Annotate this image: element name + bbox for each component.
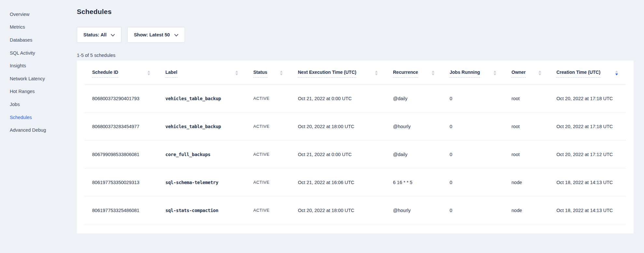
- sort-arrows-icon[interactable]: [615, 71, 618, 75]
- cell-jobs-running: 0: [442, 140, 504, 168]
- column-header-label: Next Execution Time (UTC): [298, 70, 356, 78]
- cell-creation-time: Oct 18, 2022 at 14:13 UTC: [549, 196, 626, 224]
- sidebar-item-label: Advanced Debug: [10, 127, 46, 133]
- cell-creation-time: Oct 20, 2022 at 17:18 UTC: [549, 113, 626, 140]
- sort-desc-icon: [147, 73, 150, 75]
- schedules-table: Schedule ID Label Status Next Execution …: [85, 60, 626, 224]
- cell-owner: root: [504, 113, 549, 140]
- cell-creation-time: Oct 18, 2022 at 14:13 UTC: [549, 168, 626, 196]
- sort-asc-icon: [494, 71, 496, 73]
- cell-owner: node: [504, 196, 549, 224]
- sidebar-item-insights[interactable]: Insights: [10, 59, 72, 72]
- column-header-owner[interactable]: Owner: [504, 60, 549, 85]
- sort-arrows-icon[interactable]: [235, 71, 238, 75]
- filter-bar: Status: All Show: Latest 50: [77, 27, 634, 43]
- cell-next-execution: Oct 21, 2022 at 0:00 UTC: [290, 140, 385, 168]
- cell-next-execution: Oct 21, 2022 at 16:06 UTC: [290, 168, 385, 196]
- sidebar-item-databases[interactable]: Databases: [10, 33, 72, 47]
- table-row: 806197753325486081 sql-stats-compaction …: [85, 196, 626, 224]
- sort-arrows-icon[interactable]: [494, 71, 496, 75]
- sidebar-item-sql-activity[interactable]: SQL Activity: [10, 47, 72, 60]
- sidebar-item-label: Jobs: [10, 102, 20, 107]
- sort-desc-icon: [280, 73, 283, 75]
- cell-recurrence: @daily: [385, 85, 442, 113]
- sidebar-item-advanced-debug[interactable]: Advanced Debug: [10, 124, 72, 137]
- cell-label: vehicles_table_backup: [158, 85, 246, 113]
- sort-desc-icon: [615, 73, 618, 75]
- cell-schedule-id: 806800373283454977: [85, 113, 158, 140]
- results-count: 1-5 of 5 schedules: [77, 53, 634, 58]
- sort-asc-icon: [280, 71, 283, 73]
- sort-desc-icon: [539, 73, 541, 75]
- status-filter-dropdown[interactable]: Status: All: [77, 27, 121, 43]
- sort-arrows-icon[interactable]: [375, 71, 378, 75]
- sort-desc-icon: [494, 73, 496, 75]
- table-row: 806800373283454977 vehicles_table_backup…: [85, 113, 626, 140]
- sidebar-item-label: Overview: [10, 12, 29, 17]
- sort-arrows-icon[interactable]: [147, 71, 150, 75]
- cell-recurrence: @hourly: [385, 196, 442, 224]
- sort-arrows-icon[interactable]: [280, 71, 283, 75]
- sort-asc-icon: [432, 71, 434, 73]
- cell-schedule-id: 806799098533806081: [85, 140, 158, 168]
- status-filter-label: Status: All: [83, 32, 106, 37]
- column-header-label[interactable]: Label: [158, 60, 246, 85]
- show-filter-dropdown[interactable]: Show: Latest 50: [127, 27, 185, 43]
- show-filter-label: Show: Latest 50: [134, 32, 170, 37]
- sidebar-item-overview[interactable]: Overview: [10, 8, 72, 21]
- cell-recurrence: @hourly: [385, 113, 442, 140]
- cell-status: ACTIVE: [246, 113, 290, 140]
- table-body: 806800373290401793 vehicles_table_backup…: [85, 85, 626, 224]
- cell-owner: root: [504, 85, 549, 113]
- cell-creation-time: Oct 20, 2022 at 17:18 UTC: [549, 85, 626, 113]
- column-header-creation-time-utc[interactable]: Creation Time (UTC): [549, 60, 626, 85]
- page-title: Schedules: [77, 7, 634, 16]
- sidebar-item-metrics[interactable]: Metrics: [10, 21, 72, 34]
- sidebar-item-schedules[interactable]: Schedules: [10, 111, 72, 124]
- cell-next-execution: Oct 20, 2022 at 18:00 UTC: [290, 113, 385, 140]
- sort-desc-icon: [235, 73, 238, 75]
- cell-next-execution: Oct 21, 2022 at 0:00 UTC: [290, 85, 385, 113]
- cell-schedule-id: 806197753325486081: [85, 196, 158, 224]
- sort-asc-icon: [375, 71, 378, 73]
- chevron-down-icon: [111, 34, 115, 37]
- main-content: Schedules Status: All Show: Latest 50 1-…: [77, 0, 634, 233]
- column-header-recurrence[interactable]: Recurrence: [385, 60, 442, 85]
- cell-jobs-running: 0: [442, 168, 504, 196]
- sidebar-item-label: Metrics: [10, 24, 25, 30]
- sidebar-item-label: Databases: [10, 37, 32, 43]
- sort-arrows-icon[interactable]: [539, 71, 541, 75]
- sort-arrows-icon[interactable]: [432, 71, 434, 75]
- cell-recurrence: 6 16 * * 5: [385, 168, 442, 196]
- column-header-status[interactable]: Status: [246, 60, 290, 85]
- column-header-schedule-id[interactable]: Schedule ID: [85, 60, 158, 85]
- cell-status: ACTIVE: [246, 196, 290, 224]
- cell-label: sql-schema-telemetry: [158, 168, 246, 196]
- column-header-next-execution-time-utc[interactable]: Next Execution Time (UTC): [290, 60, 385, 85]
- column-header-jobs-running[interactable]: Jobs Running: [442, 60, 504, 85]
- sidebar-item-hot-ranges[interactable]: Hot Ranges: [10, 85, 72, 98]
- cell-jobs-running: 0: [442, 196, 504, 224]
- sidebar-item-network-latency[interactable]: Network Latency: [10, 72, 72, 85]
- cell-owner: root: [504, 140, 549, 168]
- cell-status: ACTIVE: [246, 168, 290, 196]
- sort-asc-icon: [539, 71, 541, 73]
- table-row: 806800373290401793 vehicles_table_backup…: [85, 85, 626, 113]
- sort-asc-icon: [147, 71, 150, 73]
- sort-desc-icon: [432, 73, 434, 75]
- sidebar-item-label: Hot Ranges: [10, 89, 35, 94]
- column-header-label: Label: [165, 70, 177, 78]
- sidebar-item-jobs[interactable]: Jobs: [10, 98, 72, 111]
- sort-desc-icon: [375, 73, 378, 75]
- column-header-label: Jobs Running: [450, 70, 480, 78]
- cell-jobs-running: 0: [442, 85, 504, 113]
- table-row: 806197753350029313 sql-schema-telemetry …: [85, 168, 626, 196]
- column-header-label: Status: [253, 70, 267, 78]
- cell-creation-time: Oct 20, 2022 at 17:12 UTC: [549, 140, 626, 168]
- cell-status: ACTIVE: [246, 140, 290, 168]
- cell-owner: node: [504, 168, 549, 196]
- sort-asc-icon: [615, 71, 618, 73]
- sidebar-item-label: SQL Activity: [10, 50, 35, 56]
- column-header-label: Schedule ID: [92, 70, 118, 78]
- cell-next-execution: Oct 20, 2022 at 18:00 UTC: [290, 196, 385, 224]
